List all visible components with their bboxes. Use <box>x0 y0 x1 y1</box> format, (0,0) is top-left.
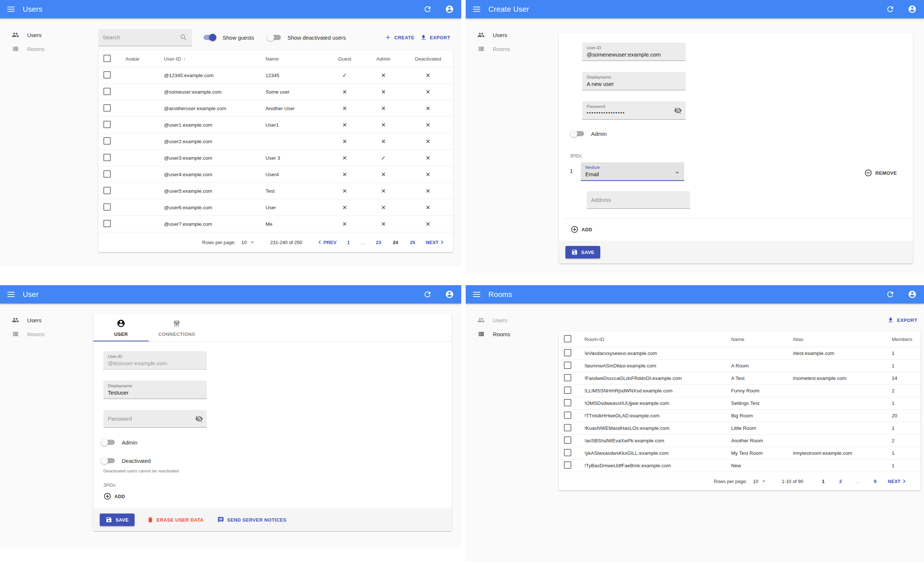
row-checkbox[interactable] <box>564 411 571 419</box>
page-number[interactable]: 25 <box>406 238 418 247</box>
header-user-id[interactable]: User-ID↑ <box>162 51 263 67</box>
account-icon[interactable] <box>445 5 454 14</box>
row-checkbox[interactable] <box>564 361 571 369</box>
medium-select[interactable]: Medium Email <box>581 162 684 181</box>
user-row[interactable]: @user3:example.comUser 3✕✓✕ <box>98 150 453 166</box>
account-icon[interactable] <box>908 5 916 14</box>
sidebar-item-users[interactable]: Users <box>0 28 93 42</box>
page-number[interactable]: 23 <box>372 238 384 247</box>
room-row[interactable]: !KuasNWEMasdHasLOs:example.comLittle Roo… <box>559 422 920 435</box>
refresh-icon[interactable] <box>886 290 895 299</box>
row-checkbox[interactable] <box>104 220 111 227</box>
add-button[interactable]: ADD <box>100 490 128 503</box>
export-button[interactable]: EXPORT <box>884 315 920 325</box>
user-row[interactable]: @user4:example.comUser4✕✕✕ <box>98 166 453 183</box>
account-icon[interactable] <box>908 290 916 299</box>
page-number[interactable]: 9 <box>870 477 880 486</box>
user-row[interactable]: @someuser:example.comSome user✕✕✕ <box>98 84 453 100</box>
header-deactivated[interactable]: Deactivated <box>403 51 453 67</box>
row-checkbox[interactable] <box>564 449 571 456</box>
sidebar-item-users[interactable]: Users <box>0 313 93 327</box>
remove-button[interactable]: REMOVE <box>861 167 900 179</box>
room-row[interactable]: !TTnlslkHHweOLAD:example.comBig Room20 <box>559 409 920 422</box>
header-name[interactable]: Name <box>729 331 790 347</box>
show-guests-toggle[interactable] <box>202 33 218 42</box>
displayname-field[interactable]: Displayname Testuser <box>104 381 207 399</box>
room-row[interactable]: !eVasdacvxysewus:example.com#test:exampl… <box>559 347 920 360</box>
user-row[interactable]: @user7:example.comMe✕✕✕ <box>98 216 453 232</box>
page-number[interactable]: 2 <box>836 477 845 486</box>
select-all-checkbox[interactable] <box>564 335 571 342</box>
displayname-field[interactable]: Displayname A new user <box>582 72 686 90</box>
refresh-icon[interactable] <box>886 5 895 14</box>
row-checkbox[interactable] <box>564 424 571 431</box>
row-checkbox[interactable] <box>564 437 571 444</box>
user-row[interactable]: @anotheruser:example.comAnother User✕✕✕ <box>98 100 453 117</box>
header-room-id[interactable]: Room-ID <box>582 331 729 347</box>
row-checkbox[interactable] <box>104 154 111 161</box>
rows-per-page-select[interactable]: 10 <box>241 239 255 245</box>
room-row[interactable]: !LLIMSSNHrhRjsdWNXsd:example.comFunny Ro… <box>559 385 920 397</box>
row-checkbox[interactable] <box>104 187 111 194</box>
visibility-off-icon[interactable] <box>674 107 682 114</box>
user-row[interactable]: @user2:example.com✕✕✕ <box>98 133 453 150</box>
visibility-off-icon[interactable] <box>195 415 203 423</box>
sidebar-item-users[interactable]: Users <box>466 28 559 42</box>
row-checkbox[interactable] <box>104 88 111 95</box>
header-members[interactable]: Members <box>890 331 920 347</box>
sidebar-item-rooms[interactable]: Rooms <box>0 42 93 56</box>
header-admin[interactable]: Admin <box>364 51 403 67</box>
sidebar-item-rooms[interactable]: Rooms <box>466 42 559 56</box>
add-button[interactable]: ADD <box>568 223 595 236</box>
page-number[interactable]: 1 <box>344 238 353 247</box>
tab-connections[interactable]: CONNECTIONS <box>149 314 205 341</box>
refresh-icon[interactable] <box>423 5 432 14</box>
select-all-checkbox[interactable] <box>104 55 111 62</box>
next-button[interactable]: NEXT <box>885 476 910 486</box>
erase-user-data-button[interactable]: ERASE USER DATA <box>144 514 206 525</box>
header-guest[interactable]: Guest <box>325 51 364 67</box>
search-input[interactable]: Search <box>98 29 192 46</box>
row-checkbox[interactable] <box>564 374 571 381</box>
row-checkbox[interactable] <box>564 349 571 357</box>
user-row[interactable]: @user5:example.comTest✕✕✕ <box>98 183 453 199</box>
next-button[interactable]: NEXT <box>423 237 448 247</box>
room-row[interactable]: !TyBasDmweIJdfFaeBmk:example.comNew1 <box>559 459 920 472</box>
row-checkbox[interactable] <box>104 203 111 211</box>
sidebar-item-rooms[interactable]: Rooms <box>0 327 93 341</box>
password-field[interactable]: Password <box>104 410 207 428</box>
user-row[interactable]: @12345:example.com12345✓✕✕ <box>98 67 453 84</box>
sidebar-item-users[interactable]: Users <box>466 313 559 327</box>
save-button[interactable]: SAVE <box>100 513 135 526</box>
row-checkbox[interactable] <box>104 137 111 145</box>
header-alias[interactable]: Alias <box>790 331 890 347</box>
create-button[interactable]: CREATE <box>382 32 417 43</box>
save-button[interactable]: SAVE <box>566 246 600 258</box>
export-button[interactable]: EXPORT <box>417 32 453 43</box>
row-checkbox[interactable] <box>104 71 111 78</box>
menu-icon[interactable] <box>8 292 15 297</box>
menu-icon[interactable] <box>473 292 480 297</box>
room-row[interactable]: !lasmnwASmDllasi:example.comA Room1 <box>559 360 920 372</box>
room-row[interactable]: !asSBSIsdWEvaXwPk:example.comAnother Roo… <box>559 435 920 447</box>
refresh-icon[interactable] <box>423 290 432 299</box>
row-checkbox[interactable] <box>564 461 571 469</box>
deactivated-toggle[interactable] <box>100 456 117 465</box>
tab-user[interactable]: USER <box>93 314 149 341</box>
row-checkbox[interactable] <box>104 121 111 128</box>
row-checkbox[interactable] <box>564 387 571 394</box>
user-row[interactable]: @user1:example.comUser1✕✕✕ <box>98 117 453 133</box>
room-row[interactable]: !OMSDsdweassIIUUjjwe:example.comSettings… <box>559 397 920 409</box>
admin-toggle[interactable] <box>570 129 586 138</box>
send-server-notices-button[interactable]: SEND SERVER NOTICES <box>214 514 289 525</box>
user-row[interactable]: @user6:example.comUser✕✕✕ <box>98 199 453 216</box>
row-checkbox[interactable] <box>104 170 111 178</box>
menu-icon[interactable] <box>473 7 480 12</box>
rows-per-page-select[interactable]: 10 <box>753 478 767 485</box>
prev-button[interactable]: PREV <box>314 237 338 247</box>
password-field[interactable]: Password •••••••••••••••• <box>582 101 686 120</box>
room-row[interactable]: !FasdweDssccaGLdsFRddsOI:example.comA Te… <box>559 372 920 385</box>
menu-icon[interactable] <box>8 7 15 12</box>
admin-toggle[interactable] <box>100 438 117 447</box>
show-deactivated-toggle[interactable] <box>267 33 283 42</box>
